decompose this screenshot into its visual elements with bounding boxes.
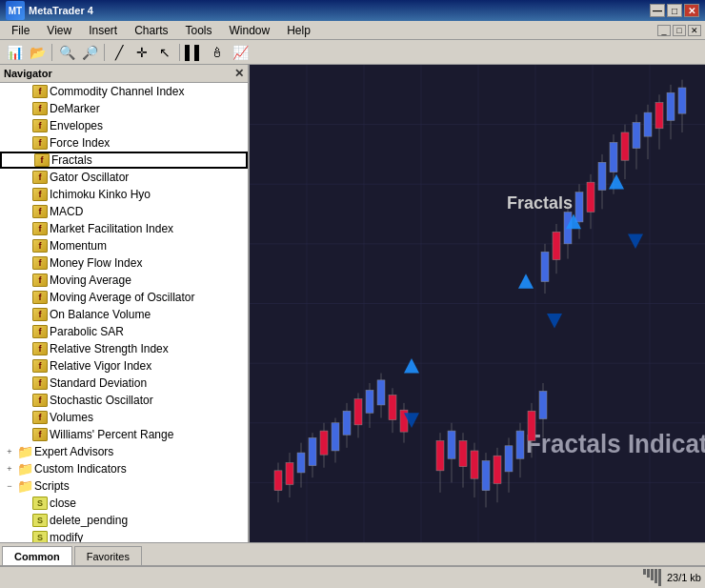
tab-common[interactable]: Common — [2, 546, 72, 565]
folder-icon: 📁 — [17, 462, 32, 476]
menu-bar: File View Insert Charts Tools Window Hel… — [0, 21, 705, 40]
indicator-parabolic-sar[interactable]: f Parabolic SAR — [0, 323, 248, 340]
indicator-envelopes[interactable]: f Envelopes — [0, 117, 248, 134]
indicator-label: MACD — [50, 205, 83, 218]
minimize-button[interactable]: — — [650, 4, 665, 17]
indicator-label: On Balance Volume — [50, 308, 151, 321]
indicator-stochastic-oscillator[interactable]: f Stochastic Oscillator — [0, 392, 248, 409]
expand-icon: + — [2, 464, 17, 474]
indicator-macd[interactable]: f MACD — [0, 203, 248, 220]
svg-rect-56 — [633, 123, 640, 149]
zoom-in-btn[interactable]: 🔍 — [56, 42, 77, 63]
close-button[interactable]: ✕ — [684, 4, 699, 17]
indicator-relative-vigor-index[interactable]: f Relative Vigor Index — [0, 357, 248, 375]
bottom-tabs: Common Favorites — [0, 542, 705, 565]
svg-rect-75 — [436, 441, 444, 471]
chart-svg: Fractals Fractals Indicator — [250, 65, 705, 542]
maximize-button[interactable]: □ — [667, 4, 682, 17]
mdi-restore-btn[interactable]: □ — [673, 25, 686, 36]
line-chart-btn[interactable]: 📈 — [230, 42, 251, 63]
indicator-label: Relative Strength Index — [50, 342, 169, 355]
bar-chart-btn[interactable]: ▌▌ — [184, 42, 205, 63]
line-btn[interactable]: ╱ — [109, 42, 130, 63]
expert-advisors-folder[interactable]: + 📁 Expert Advisors — [0, 443, 248, 460]
indicator-icon: f — [32, 119, 48, 132]
svg-rect-77 — [448, 431, 455, 458]
menu-tools[interactable]: Tools — [178, 22, 220, 39]
indicator-williams-percent-range[interactable]: f Williams' Percent Range — [0, 426, 248, 443]
mdi-minimize-btn[interactable]: _ — [657, 25, 671, 36]
indicator-demarker[interactable]: f DeMarker — [0, 100, 248, 117]
indicator-icon: f — [32, 376, 48, 390]
chart-area[interactable]: Fractals Fractals Indicator — [250, 65, 705, 542]
custom-indicators-folder[interactable]: + 📁 Custom Indicators — [0, 460, 248, 477]
svg-rect-87 — [505, 446, 513, 472]
navigator-title: Navigator — [4, 68, 52, 79]
svg-rect-50 — [598, 162, 606, 190]
indicator-commodity-channel-index[interactable]: f Commodity Channel Index — [0, 83, 248, 100]
indicator-momentum[interactable]: f Momentum — [0, 237, 248, 254]
status-bar: 23/1 kb — [0, 565, 705, 588]
tab-favorites[interactable]: Favorites — [74, 546, 142, 565]
navigator-close-btn[interactable]: ✕ — [234, 67, 244, 80]
indicator-icon: f — [32, 274, 48, 287]
script-label: modify — [50, 531, 83, 542]
indicator-gator-oscillator[interactable]: f Gator Oscillator — [0, 169, 248, 186]
indicator-moving-average-oscillator[interactable]: f Moving Average of Oscillator — [0, 289, 248, 306]
script-delete-pending[interactable]: S delete_pending — [0, 512, 248, 529]
folder-icon: 📁 — [17, 479, 32, 493]
svg-rect-89 — [516, 431, 524, 458]
navigator-content[interactable]: f Commodity Channel Index f DeMarker f E… — [0, 83, 248, 542]
indicator-icon: f — [32, 188, 48, 201]
bar-2 — [647, 569, 650, 578]
zoom-out-btn[interactable]: 🔎 — [79, 42, 100, 63]
svg-rect-28 — [343, 411, 351, 435]
indicator-market-facilitation-index[interactable]: f Market Facilitation Index — [0, 220, 248, 237]
arrow-btn[interactable]: ↖ — [154, 42, 175, 63]
indicator-ichimoku[interactable]: f Ichimoku Kinko Hyo — [0, 186, 248, 203]
toolbar-separator-3 — [179, 44, 180, 61]
script-label: delete_pending — [50, 514, 128, 527]
menu-help[interactable]: Help — [279, 22, 318, 39]
indicator-on-balance-volume[interactable]: f On Balance Volume — [0, 306, 248, 323]
indicator-money-flow-index[interactable]: f Money Flow Index — [0, 254, 248, 272]
menu-insert[interactable]: Insert — [81, 22, 125, 39]
indicator-label: Parabolic SAR — [50, 325, 124, 338]
script-close[interactable]: S close — [0, 495, 248, 512]
indicator-relative-strength-index[interactable]: f Relative Strength Index — [0, 340, 248, 357]
menu-charts[interactable]: Charts — [127, 22, 175, 39]
indicator-icon: f — [32, 291, 48, 304]
custom-indicators-label: Custom Indicators — [34, 462, 127, 476]
new-chart-btn[interactable]: 📊 — [4, 42, 25, 63]
indicator-volumes[interactable]: f Volumes — [0, 409, 248, 426]
window-title: MetaTrader 4 — [29, 5, 93, 16]
expand-icon: + — [2, 447, 17, 456]
indicator-icon: f — [32, 342, 48, 355]
svg-rect-26 — [332, 423, 339, 451]
indicator-moving-average[interactable]: f Moving Average — [0, 272, 248, 289]
indicator-label: Relative Vigor Index — [50, 359, 151, 373]
candle-btn[interactable]: 🕯 — [207, 42, 228, 63]
menu-view[interactable]: View — [39, 22, 79, 39]
script-modify[interactable]: S modify — [0, 529, 248, 542]
scripts-folder[interactable]: − 📁 Scripts — [0, 477, 248, 495]
svg-rect-32 — [366, 390, 373, 413]
crosshair-btn[interactable]: ✛ — [131, 42, 152, 63]
menu-file[interactable]: File — [4, 22, 37, 39]
navigator-header: Navigator ✕ — [0, 65, 248, 83]
indicator-standard-deviation[interactable]: f Standard Deviation — [0, 375, 248, 392]
indicator-fractals[interactable]: f Fractals — [0, 152, 248, 169]
open-btn[interactable]: 📂 — [27, 42, 48, 63]
svg-rect-30 — [354, 399, 362, 425]
indicator-icon: f — [32, 171, 48, 184]
indicator-icon: f — [32, 428, 48, 441]
svg-rect-34 — [377, 380, 385, 405]
indicator-label: Force Index — [50, 136, 110, 150]
bar-3 — [651, 569, 654, 580]
svg-rect-22 — [309, 437, 316, 465]
svg-rect-16 — [274, 471, 282, 491]
svg-rect-52 — [610, 142, 617, 172]
mdi-close-btn[interactable]: ✕ — [688, 25, 701, 36]
indicator-force-index[interactable]: f Force Index — [0, 134, 248, 152]
menu-window[interactable]: Window — [222, 22, 278, 39]
